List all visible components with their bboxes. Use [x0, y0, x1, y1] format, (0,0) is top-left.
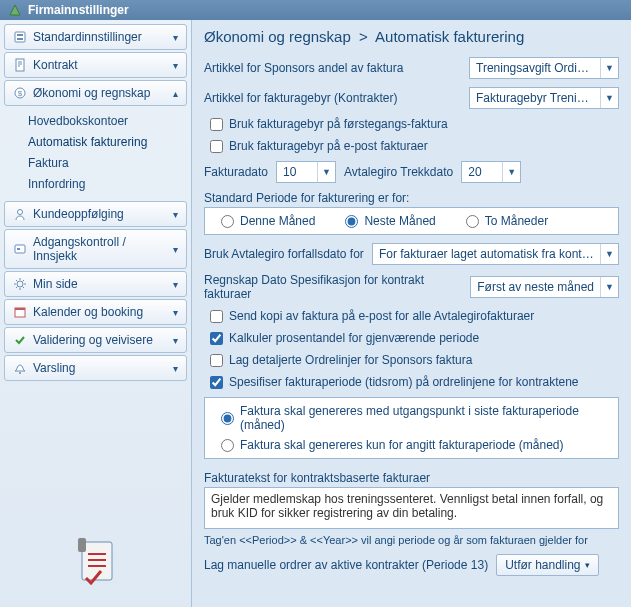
label-avtalegiro-due: Bruk Avtalegiro forfallsdato for — [204, 247, 364, 261]
dropdown-value: Fakturagebyr Treningsa... — [470, 91, 600, 105]
sidebar: Standardinnstillinger ▾ Kontrakt ▾ $ Øko… — [0, 20, 192, 607]
label-sponsor-article: Artikkel for Sponsors andel av faktura — [204, 61, 403, 75]
label-period-next: Neste Måned — [364, 214, 435, 228]
chevron-down-icon: ▼ — [600, 277, 618, 297]
access-icon — [13, 242, 27, 256]
svg-point-12 — [19, 372, 21, 374]
label-gen-given: Faktura skal genereres kun for angitt fa… — [240, 438, 564, 452]
sidebar-item-label: Validering og veivisere — [33, 333, 153, 347]
svg-rect-8 — [17, 248, 20, 250]
chevron-down-icon: ▾ — [173, 244, 178, 255]
chevron-down-icon: ▾ — [173, 307, 178, 318]
customer-icon — [13, 207, 27, 221]
sidebar-item-label: Kalender og booking — [33, 305, 143, 319]
use-fee-first-checkbox[interactable] — [210, 118, 223, 131]
period-this-radio[interactable] — [221, 215, 234, 228]
sidebar-sub-innfordring[interactable]: Innfordring — [28, 175, 187, 193]
window-title: Firmainnstillinger — [28, 3, 129, 17]
check-icon — [13, 333, 27, 347]
sidebar-item-economy[interactable]: $ Økonomi og regnskap ▴ — [4, 80, 187, 106]
label-std-period: Standard Periode for fakturering er for: — [204, 191, 619, 205]
chevron-down-icon: ▾ — [585, 560, 590, 570]
gen-last-radio[interactable] — [221, 412, 234, 425]
sidebar-item-label: Kontrakt — [33, 58, 78, 72]
dropdown-value: 20 — [462, 165, 502, 179]
gen-given-radio[interactable] — [221, 439, 234, 452]
sidebar-item-kundeoppfolging[interactable]: Kundeoppfølging ▾ — [4, 201, 187, 227]
label-gen-last: Faktura skal genereres med utgangspunkt … — [240, 404, 608, 432]
avtalegiro-date-dropdown[interactable]: 20 ▼ — [461, 161, 521, 183]
chevron-down-icon: ▾ — [173, 60, 178, 71]
label-use-fee-email: Bruk fakturagebyr på e-post fakturaer — [229, 139, 428, 153]
label-invoice-text: Fakturatekst for kontraktsbaserte faktur… — [204, 471, 619, 485]
svg-rect-2 — [17, 38, 23, 40]
svg-rect-0 — [15, 32, 25, 42]
sidebar-submenu-economy: Hovedbokskontoer Automatisk fakturering … — [4, 108, 187, 199]
period-next-radio[interactable] — [345, 215, 358, 228]
std-period-group: Denne Måned Neste Måned To Måneder — [204, 207, 619, 235]
sidebar-item-calendar[interactable]: Kalender og booking ▾ — [4, 299, 187, 325]
execute-action-button[interactable]: Utfør handling ▾ — [496, 554, 598, 576]
breadcrumb-section: Økonomi og regnskap — [204, 28, 351, 45]
svg-rect-14 — [78, 538, 86, 552]
label-use-fee-first: Bruk fakturagebyr på førstegangs-faktura — [229, 117, 448, 131]
detailed-lines-checkbox[interactable] — [210, 354, 223, 367]
sidebar-item-validation[interactable]: Validering og veivisere ▾ — [4, 327, 187, 353]
spec-period-checkbox[interactable] — [210, 376, 223, 389]
chevron-down-icon: ▾ — [173, 209, 178, 220]
label-send-copy: Send kopi av faktura på e-post for alle … — [229, 309, 534, 323]
fee-article-dropdown[interactable]: Fakturagebyr Treningsa... ▼ — [469, 87, 619, 109]
sidebar-item-contract[interactable]: Kontrakt ▾ — [4, 52, 187, 78]
sidebar-sub-autofaktura[interactable]: Automatisk fakturering — [28, 133, 187, 151]
sponsor-article-dropdown[interactable]: Treningsavgift Ordinær ▼ — [469, 57, 619, 79]
accounting-spec-dropdown[interactable]: Først av neste måned ▼ — [470, 276, 619, 298]
chevron-down-icon: ▾ — [173, 335, 178, 346]
chevron-down-icon: ▾ — [173, 32, 178, 43]
send-copy-checkbox[interactable] — [210, 310, 223, 323]
breadcrumb: Økonomi og regnskap > Automatisk fakture… — [204, 28, 619, 49]
chevron-down-icon: ▼ — [600, 58, 618, 78]
sidebar-illustration — [58, 524, 134, 603]
use-fee-email-checkbox[interactable] — [210, 140, 223, 153]
sidebar-item-label: Økonomi og regnskap — [33, 86, 150, 100]
svg-rect-1 — [17, 34, 23, 36]
alert-icon — [13, 361, 27, 375]
sidebar-item-minside[interactable]: Min side ▾ — [4, 271, 187, 297]
label-detailed-lines: Lag detaljerte Ordrelinjer for Sponsors … — [229, 353, 472, 367]
label-spec-period: Spesifiser fakturaperiode (tidsrom) på o… — [229, 375, 579, 389]
sidebar-item-label: Kundeoppfølging — [33, 207, 124, 221]
sidebar-sub-faktura[interactable]: Faktura — [28, 154, 187, 172]
chevron-up-icon: ▴ — [173, 88, 178, 99]
sidebar-item-varsling[interactable]: Varsling ▾ — [4, 355, 187, 381]
label-avtalegiro-date: Avtalegiro Trekkdato — [344, 165, 453, 179]
chevron-down-icon: ▼ — [317, 162, 335, 182]
economy-icon: $ — [13, 86, 27, 100]
sidebar-item-standard[interactable]: Standardinnstillinger ▾ — [4, 24, 187, 50]
breadcrumb-sep: > — [359, 28, 368, 45]
main-content: Økonomi og regnskap > Automatisk fakture… — [192, 20, 631, 607]
label-accounting-spec: Regnskap Dato Spesifikasjon for kontrakt… — [204, 273, 462, 301]
sidebar-item-label: Standardinnstillinger — [33, 30, 142, 44]
sidebar-item-label: Adgangskontroll / Innsjekk — [33, 235, 167, 263]
svg-point-9 — [17, 281, 23, 287]
sidebar-item-access[interactable]: Adgangskontroll / Innsjekk ▾ — [4, 229, 187, 269]
dropdown-value: Først av neste måned — [471, 280, 600, 294]
calc-percent-checkbox[interactable] — [210, 332, 223, 345]
label-manual-orders: Lag manuelle ordrer av aktive kontrakter… — [204, 558, 488, 572]
sidebar-sub-hovedbok[interactable]: Hovedbokskontoer — [28, 112, 187, 130]
label-calc-percent: Kalkuler prosentandel for gjenværende pe… — [229, 331, 479, 345]
chevron-down-icon: ▼ — [600, 244, 618, 264]
invoice-date-dropdown[interactable]: 10 ▼ — [276, 161, 336, 183]
period-two-radio[interactable] — [466, 215, 479, 228]
tag-help-text: Tag'en <<Period>> & <<Year>> vil angi pe… — [204, 534, 619, 546]
gen-mode-group: Faktura skal genereres med utgangspunkt … — [204, 397, 619, 459]
svg-rect-3 — [16, 59, 24, 71]
label-fee-article: Artikkel for fakturagebyr (Kontrakter) — [204, 91, 397, 105]
svg-text:$: $ — [18, 89, 23, 98]
invoice-text-textarea[interactable] — [204, 487, 619, 529]
sidebar-item-label: Varsling — [33, 361, 75, 375]
chevron-down-icon: ▾ — [173, 279, 178, 290]
avtalegiro-due-dropdown[interactable]: For fakturaer laget automatisk fra kontr… — [372, 243, 619, 265]
breadcrumb-page: Automatisk fakturering — [375, 28, 524, 45]
dropdown-value: For fakturaer laget automatisk fra kontr… — [373, 247, 600, 261]
